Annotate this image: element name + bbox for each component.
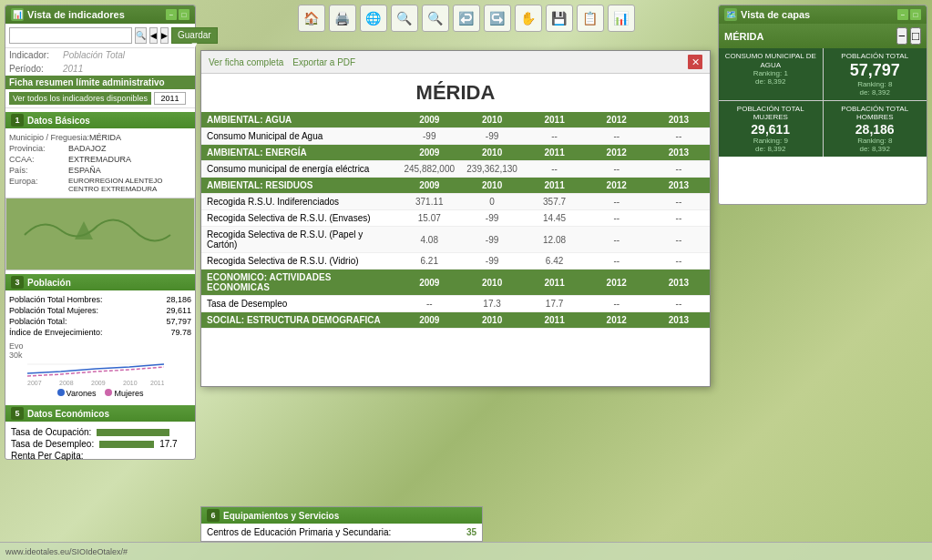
ocupacion-bar bbox=[97, 429, 169, 436]
europa-val: EURORREGION ALENTEJO CENTRO EXTREMADURA bbox=[68, 177, 191, 193]
section-5-num: 5 bbox=[11, 407, 24, 420]
tasa-desempleo-label: Tasa de Desempleo: bbox=[11, 439, 94, 449]
merida-minimize[interactable]: − bbox=[896, 27, 907, 45]
ver-ficha-link[interactable]: Ver ficha completa bbox=[209, 57, 283, 67]
modal-merida-title: MÉRIDA bbox=[201, 74, 710, 112]
merida-maximize[interactable]: □ bbox=[910, 27, 921, 45]
hombres-val: 28,186 bbox=[166, 295, 191, 304]
poblacion-chart: 2007 2008 2009 2010 2011 bbox=[27, 341, 164, 387]
globe-button[interactable]: 🌐 bbox=[360, 5, 387, 32]
minimize-button[interactable]: − bbox=[166, 9, 177, 20]
row-val-3: -- bbox=[586, 194, 648, 210]
row-val-1: -99 bbox=[461, 253, 524, 270]
row-val-0: -99 bbox=[398, 128, 461, 145]
europa-label: Europa: bbox=[9, 177, 68, 193]
save-map-button[interactable]: 💾 bbox=[546, 5, 573, 32]
pobtotal-ranking2: de: 8,392 bbox=[829, 88, 922, 97]
zoom-out-button[interactable]: 🔍 bbox=[422, 5, 449, 32]
modal-section-row: AMBIENTAL: ENERGÍA 2009 2010 2011 2012 2… bbox=[201, 145, 710, 161]
section-title: AMBIENTAL: ENERGÍA bbox=[201, 145, 398, 161]
modal-section-row: SOCIAL: ESTRUCTURA DEMOGRAFICA 2009 2010… bbox=[201, 312, 710, 329]
stat-consumo: CONSUMO MUNICIPAL DE AGUA Ranking: 1 de:… bbox=[719, 48, 823, 100]
evo-label: Evo bbox=[9, 341, 24, 351]
row-val-2: 17.7 bbox=[524, 296, 586, 312]
consumo-ranking1: Ranking: 1 bbox=[724, 69, 817, 77]
pobtotal-value: 57,797 bbox=[829, 61, 922, 80]
year-2013: 2013 bbox=[648, 178, 710, 194]
year-2009: 2009 bbox=[398, 270, 461, 296]
tasa-desempleo-val: 17.7 bbox=[159, 439, 177, 449]
consumo-ranking2: de: 8,392 bbox=[724, 77, 817, 86]
provincia-val: BADAJOZ bbox=[68, 144, 107, 153]
vista-capas-panel: 🗺️ Vista de capas − □ MÉRIDA − □ CONSUMO… bbox=[718, 5, 927, 205]
desempleo-bar bbox=[99, 441, 154, 448]
forward-button[interactable]: ↪️ bbox=[484, 5, 511, 32]
modal-section-row: ECONOMICO: ACTIVIDADES ECONOMICAS 2009 2… bbox=[201, 270, 710, 296]
evo-val: 30k bbox=[9, 351, 24, 360]
exportar-link[interactable]: Exportar a PDF bbox=[292, 57, 355, 67]
arrow-back-button[interactable]: ◀ bbox=[149, 27, 158, 44]
periodo-value: 2011 bbox=[63, 64, 83, 74]
row-label: Consumo municipal de energía eléctrica bbox=[201, 161, 398, 178]
modal-data-row: Tasa de Desempleo --17.317.7---- bbox=[201, 296, 710, 312]
row-label: Recogida Selectiva de R.S.U. (Papel y Ca… bbox=[201, 227, 398, 253]
arrow-forward-button[interactable]: ▶ bbox=[160, 27, 169, 44]
capas-maximize[interactable]: □ bbox=[910, 9, 921, 20]
year-2011: 2011 bbox=[524, 312, 586, 329]
home-button[interactable]: 🏠 bbox=[298, 5, 325, 32]
modal-section-row: AMBIENTAL: RESIDUOS 2009 2010 2011 2012 … bbox=[201, 178, 710, 194]
year-2012: 2012 bbox=[586, 312, 648, 329]
periodo-label: Período: bbox=[9, 64, 59, 74]
tasa-ocupacion-label: Tasa de Ocupación: bbox=[11, 427, 91, 437]
row-val-4: -- bbox=[648, 161, 710, 178]
year-2010: 2010 bbox=[461, 112, 524, 128]
hombres-label: Población Total Hombres: bbox=[9, 295, 102, 304]
top-toolbar: 🏠 🖨️ 🌐 🔍 🔍 ↩️ ↪️ ✋ 💾 📋 📊 bbox=[200, 0, 732, 36]
search-input[interactable] bbox=[9, 27, 132, 44]
row-val-2: -- bbox=[524, 161, 586, 178]
clipboard-button[interactable]: 📋 bbox=[577, 5, 604, 32]
row-val-4: -- bbox=[648, 253, 710, 270]
equipamientos-content: Centros de Educación Primaria y Secundar… bbox=[201, 524, 482, 541]
year-2013: 2013 bbox=[648, 145, 710, 161]
municipio-val: MÉRIDA bbox=[89, 133, 121, 142]
capas-minimize[interactable]: − bbox=[897, 9, 908, 20]
guardar-button[interactable]: Guardar ▼ bbox=[171, 27, 218, 44]
equipamientos-title: Equipamientos y Servicios bbox=[223, 511, 339, 521]
maximize-button[interactable]: □ bbox=[179, 9, 189, 20]
stat-mujeres: POBLACIÓN TOTAL MUJERES 29,611 Ranking: … bbox=[719, 101, 823, 157]
modal-close-button[interactable]: ✕ bbox=[688, 55, 702, 69]
pais-val: ESPAÑA bbox=[68, 166, 101, 175]
row-label: Recogida R.S.U. Indiferenciados bbox=[201, 194, 398, 210]
mujeres-stat-value: 29,611 bbox=[724, 122, 817, 137]
poblacion-section-header: 3 Población bbox=[5, 274, 195, 290]
mujeres-label: Mujeres bbox=[114, 389, 143, 398]
print-button[interactable]: 🖨️ bbox=[329, 5, 356, 32]
row-val-1: -99 bbox=[461, 227, 524, 253]
zoom-in-button[interactable]: 🔍 bbox=[391, 5, 418, 32]
year-2012: 2012 bbox=[586, 145, 648, 161]
section-1-num: 1 bbox=[11, 114, 24, 127]
search-button[interactable]: 🔍 bbox=[135, 27, 147, 44]
mujeres-ranking2: de: 8,392 bbox=[724, 145, 817, 153]
search-row: 🔍 ◀ ▶ Guardar ▼ bbox=[5, 24, 195, 48]
row-label: Consumo Municipal de Agua bbox=[201, 128, 398, 145]
modal-toolbar: Ver ficha completa Exportar a PDF ✕ bbox=[201, 51, 710, 74]
year-2010: 2010 bbox=[461, 145, 524, 161]
year-input[interactable] bbox=[154, 92, 186, 105]
varones-label: Varones bbox=[67, 389, 97, 398]
year-2013: 2013 bbox=[648, 112, 710, 128]
chart-button[interactable]: 📊 bbox=[608, 5, 635, 32]
year-2011: 2011 bbox=[524, 112, 586, 128]
mujeres-val: 29,611 bbox=[166, 306, 191, 315]
pan-button[interactable]: ✋ bbox=[515, 5, 542, 32]
ver-todos-button[interactable]: Ver todos los indicadores disponibles bbox=[9, 92, 151, 105]
ccaa-val: EXTREMADURA bbox=[68, 155, 131, 164]
indicador-value: Población Total bbox=[63, 50, 125, 60]
back-button[interactable]: ↩️ bbox=[453, 5, 480, 32]
hombres-stat-value: 28,186 bbox=[829, 122, 922, 137]
year-2012: 2012 bbox=[586, 178, 648, 194]
modal-content[interactable]: AMBIENTAL: AGUA 2009 2010 2011 2012 2013… bbox=[201, 112, 710, 385]
row-label: Recogida Selectiva de R.S.U. (Vidrio) bbox=[201, 253, 398, 270]
capas-icon: 🗺️ bbox=[724, 8, 737, 21]
